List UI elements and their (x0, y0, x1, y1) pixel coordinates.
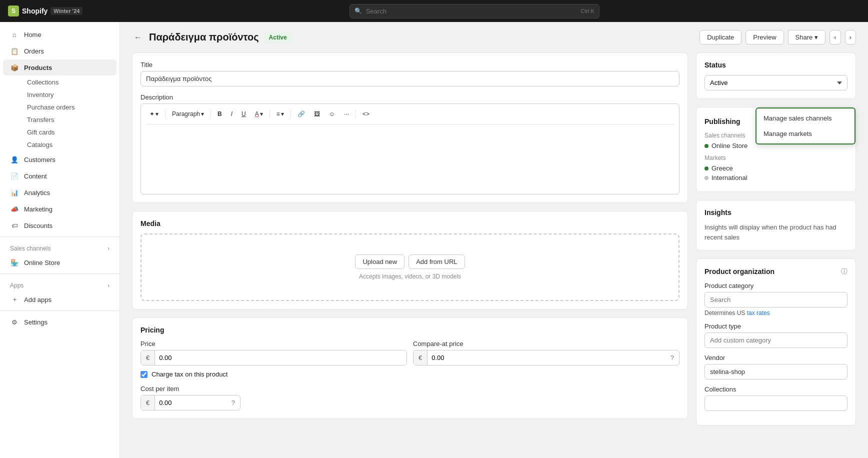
next-button[interactable]: › (845, 30, 856, 44)
sidebar-item-add-apps[interactable]: ＋ Add apps (3, 292, 116, 308)
sidebar-item-content[interactable]: 📄 Content (3, 168, 116, 184)
rte-magic-chevron-icon: ▾ (156, 110, 158, 118)
analytics-icon: 📊 (10, 188, 19, 197)
pricing-card: Pricing Price € Compare-at price (132, 318, 688, 419)
sidebar-label-transfers: Transfers (27, 116, 54, 124)
sidebar-item-collections[interactable]: Collections (22, 76, 116, 88)
rte-emoji-btn[interactable]: ☺ (326, 108, 338, 120)
product-type-input[interactable] (704, 332, 848, 348)
rte-link-btn[interactable]: 🔗 (294, 108, 308, 120)
search-input[interactable] (350, 4, 600, 18)
products-icon: 📦 (10, 63, 19, 72)
sidebar-label-gift-cards: Gift cards (27, 128, 55, 136)
product-category-label: Product category (704, 282, 848, 290)
marketing-icon: 📣 (10, 204, 19, 214)
price-input-wrapper: € (140, 350, 407, 366)
add-from-url-button[interactable]: Add from URL (408, 254, 464, 269)
rte-fontcolor-btn[interactable]: A ▾ (252, 108, 266, 120)
tax-hint: Determines US tax rates (704, 310, 848, 316)
apps-expand-icon[interactable]: › (108, 282, 110, 289)
cost-input-wrapper: € ? (140, 395, 240, 410)
sidebar-item-settings[interactable]: ⚙ Settings (3, 314, 116, 330)
sidebar-item-purchase-orders[interactable]: Purchase orders (22, 101, 116, 114)
price-input[interactable] (155, 350, 406, 365)
sidebar-item-discounts[interactable]: 🏷 Discounts (3, 218, 116, 234)
market-item-greece: Greece (704, 164, 848, 172)
duplicate-button[interactable]: Duplicate (700, 30, 742, 44)
fontcolor-chevron-icon: ▾ (260, 110, 263, 118)
cost-help-icon[interactable]: ? (226, 396, 240, 410)
media-dropzone[interactable]: Upload new Add from URL Accepts images, … (140, 234, 680, 301)
compare-help-icon[interactable]: ? (666, 350, 679, 365)
sidebar-item-orders[interactable]: 📋 Orders (3, 43, 116, 59)
vendor-field: Vendor (704, 354, 848, 380)
brand-logo: S Shopify Winter '24 (8, 6, 82, 16)
sidebar-item-online-store[interactable]: 🏪 Online Store (3, 254, 116, 270)
sidebar: ⌂ Home 📋 Orders 📦 Products Collections I… (0, 22, 120, 458)
rte-underline-btn[interactable]: U (238, 108, 250, 120)
product-org-title: Product organization (704, 268, 774, 276)
sales-channels-expand-icon[interactable]: › (108, 245, 110, 252)
status-select[interactable]: Active Draft Archived (704, 75, 848, 90)
rte-more-btn[interactable]: ··· (340, 108, 352, 120)
collections-input[interactable] (704, 396, 848, 411)
sidebar-item-gift-cards[interactable]: Gift cards (22, 126, 116, 138)
rte-magic-btn[interactable]: ✦ ▾ (146, 108, 162, 120)
product-category-input[interactable] (704, 292, 848, 308)
sidebar-item-transfers[interactable]: Transfers (22, 114, 116, 126)
sidebar-item-marketing[interactable]: 📣 Marketing (3, 201, 116, 217)
compare-currency-symbol: € (414, 350, 428, 365)
compare-price-input[interactable] (428, 350, 666, 365)
magic-icon: ✦ (150, 110, 154, 118)
sidebar-label-add-apps: Add apps (24, 296, 52, 304)
sidebar-item-inventory[interactable]: Inventory (22, 88, 116, 101)
rte-bold-btn[interactable]: B (214, 108, 226, 120)
vendor-input[interactable] (704, 364, 848, 380)
rte-image-btn[interactable]: 🖼 (310, 108, 324, 120)
price-label: Price (140, 340, 407, 348)
upload-new-button[interactable]: Upload new (355, 254, 404, 269)
sidebar-label-settings: Settings (24, 318, 48, 326)
sidebar-item-customers[interactable]: 👤 Customers (3, 152, 116, 168)
sidebar-item-catalogs[interactable]: Catalogs (22, 138, 116, 151)
rte-code-btn[interactable]: <> (359, 108, 373, 120)
sidebar-item-products[interactable]: 📦 Products (3, 60, 116, 76)
status-card-title: Status (704, 61, 848, 69)
rte-align-btn[interactable]: ≡ ▾ (273, 108, 288, 120)
apps-section: Apps › (0, 277, 120, 291)
market-greece-label: Greece (712, 164, 733, 172)
sales-channels-label: Sales channels (10, 245, 50, 252)
compare-price-field: Compare-at price € ? (413, 340, 680, 366)
sales-channels-section: Sales channels › (0, 240, 120, 254)
sidebar-label-analytics: Analytics (24, 189, 50, 196)
share-chevron-icon: ▾ (814, 34, 818, 41)
shopify-icon: S (8, 6, 19, 16)
sidebar-label-purchase-orders: Purchase orders (27, 104, 74, 111)
collections-field: Collections (704, 386, 848, 411)
description-field-label: Description (140, 94, 680, 101)
sidebar-item-home[interactable]: ⌂ Home (3, 26, 116, 42)
cost-input[interactable] (155, 396, 226, 410)
rte-italic-btn[interactable]: I (228, 108, 236, 120)
page-title: Παράδειγμα προϊόντος (149, 32, 259, 43)
prev-button[interactable]: ‹ (830, 30, 840, 44)
topnav: S Shopify Winter '24 🔍 Ctrl K (0, 0, 868, 22)
rte-textarea[interactable] (146, 128, 674, 188)
rte-paragraph-btn[interactable]: Paragraph ▾ (168, 108, 208, 120)
brand-name: Shopify (22, 7, 48, 15)
apps-label: Apps (10, 282, 24, 289)
share-button[interactable]: Share ▾ (788, 30, 826, 44)
product-org-help-icon[interactable]: ⓘ (841, 267, 848, 276)
sidebar-item-analytics[interactable]: 📊 Analytics (3, 184, 116, 200)
market-dot-international (704, 176, 708, 180)
sidebar-label-online-store: Online Store (24, 259, 60, 266)
title-input[interactable] (140, 71, 680, 86)
manage-markets-item[interactable]: Manage markets (756, 126, 854, 142)
status-card: Status Active Draft Archived (696, 52, 856, 99)
preview-button[interactable]: Preview (746, 30, 784, 44)
tax-rates-link[interactable]: tax rates (747, 310, 770, 316)
sidebar-label-catalogs: Catalogs (27, 141, 52, 148)
manage-sales-channels-item[interactable]: Manage sales channels (756, 110, 854, 126)
back-button[interactable]: ← (132, 31, 144, 44)
charge-tax-checkbox[interactable] (140, 371, 148, 378)
